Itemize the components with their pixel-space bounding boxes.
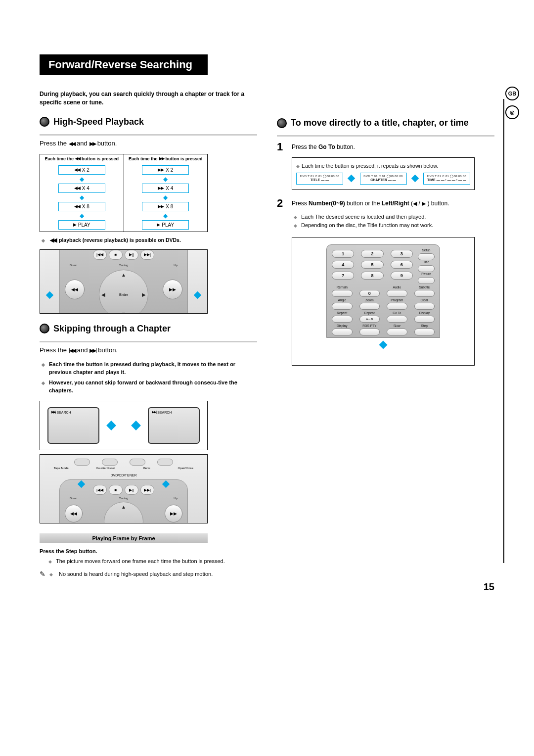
- remote-illustration-skip: Tape Mode Counter Reset Menu Open/Close …: [40, 454, 208, 523]
- page-number: 15: [484, 581, 494, 593]
- speed-rev-x8: ◀◀X 8: [58, 202, 105, 211]
- rewind-button[interactable]: ◀◀: [65, 505, 83, 522]
- skip-notes: Each time the button is pressed during p…: [42, 361, 257, 395]
- pen-icon: ✎: [40, 570, 45, 578]
- counter-reset-button[interactable]: [102, 459, 118, 466]
- speed-fwd-x4: ▶▶X 4: [142, 184, 189, 193]
- ffwd-button[interactable]: ▶▶: [165, 505, 182, 522]
- callout-rewind: [46, 291, 54, 299]
- play-pause-button[interactable]: ▶||: [125, 485, 138, 495]
- num-1-button[interactable]: 1: [332, 250, 354, 258]
- setup-button[interactable]: [418, 253, 435, 260]
- play-pause-button[interactable]: ▶||: [125, 250, 138, 260]
- clear-button[interactable]: [414, 303, 435, 310]
- speed-rev-play: ▶PLAY: [58, 220, 105, 230]
- num-9-button[interactable]: 9: [391, 272, 413, 280]
- skip-fwd-icon: [89, 346, 96, 354]
- speed-fwd-play: ▶PLAY: [142, 220, 189, 230]
- section-bullet-icon: [40, 324, 49, 333]
- repeat-ab-button[interactable]: A↔B: [359, 316, 380, 323]
- skip-heading: Skipping through a Chapter: [53, 324, 171, 334]
- remain-button[interactable]: [332, 290, 353, 297]
- step-2-number: 2: [277, 197, 287, 210]
- cycle-arrow-icon: [348, 175, 356, 183]
- menu-button[interactable]: [130, 459, 145, 466]
- step-1-text: Press the Go To button.: [292, 141, 494, 150]
- intro-text: During playback, you can search quickly …: [40, 90, 257, 107]
- speed-rev-x4: ◀◀X 4: [58, 184, 105, 193]
- cycle-arrow-icon: [411, 175, 419, 183]
- repeat-button[interactable]: [332, 316, 353, 323]
- title-button[interactable]: [418, 265, 435, 272]
- goto-heading: To move directly to a title, chapter, or…: [291, 118, 469, 128]
- tv-screen-right: ▶▶|SEARCH: [148, 407, 200, 444]
- speed-table: Each time the◀◀button is pressed ◀◀X 2 ◆…: [40, 154, 208, 232]
- section-bullet-icon: [277, 118, 287, 128]
- state-title: DVD T 01 C 01 ◯00:00:00 TITLE — —: [296, 173, 343, 185]
- speed-fwd-x2: ▶▶X 2: [142, 165, 189, 175]
- num-7-button[interactable]: 7: [332, 272, 354, 280]
- dpad[interactable]: ▲▼◀▶ Enter: [99, 270, 148, 314]
- step-2-text: Press Number(0~9) button or the Left/Rig…: [292, 197, 494, 207]
- display2-button[interactable]: [332, 329, 353, 335]
- fastforward-icon: [89, 140, 95, 147]
- num-6-button[interactable]: 6: [391, 261, 413, 269]
- slow-button[interactable]: [387, 329, 407, 335]
- skip-fwd-button[interactable]: ▶▶|: [140, 250, 154, 260]
- stop-button[interactable]: ■: [109, 485, 123, 495]
- divider: [277, 135, 494, 137]
- rewind-button[interactable]: ◀◀: [65, 280, 85, 299]
- zoom-button[interactable]: [359, 303, 380, 310]
- frame-bar: Playing Frame by Frame: [40, 533, 208, 543]
- ffwd-button[interactable]: ▶▶: [163, 280, 182, 299]
- right-icon: [422, 200, 426, 207]
- speed-rev-x2: ◀◀X 2: [58, 165, 105, 175]
- remote-illustration-goto: 1 2 3 4 5 6 7 8 9 Setup Title: [292, 237, 475, 366]
- num-4-button[interactable]: 4: [332, 261, 354, 269]
- open-close-button[interactable]: [157, 459, 173, 466]
- audio-button[interactable]: [387, 290, 407, 297]
- divider: [40, 134, 257, 136]
- right-arrow-icon: [131, 421, 141, 430]
- disc-badge: ◎: [505, 105, 519, 119]
- skip-back-button[interactable]: |◀◀: [93, 485, 107, 495]
- lang-badge: GB: [505, 87, 519, 100]
- return-button[interactable]: [418, 277, 435, 284]
- highspeed-instruction: Press the and button.: [40, 140, 257, 147]
- rds-pty-button[interactable]: [359, 329, 380, 335]
- display-button[interactable]: [414, 316, 435, 323]
- sound-note: ✎ No sound is heard during high-speed pl…: [40, 570, 257, 578]
- angle-button[interactable]: [332, 303, 353, 310]
- search-screens: ▶▶|SEARCH ▶▶|SEARCH: [40, 401, 208, 450]
- rewind-icon: [50, 237, 56, 243]
- num-2-button[interactable]: 2: [361, 250, 383, 258]
- program-button[interactable]: [387, 303, 407, 310]
- num-0-button[interactable]: 0: [359, 290, 380, 297]
- goto-button[interactable]: [387, 316, 407, 323]
- dvd-reverse-note: playback (reverse playback) is possible …: [42, 237, 257, 243]
- left-arrow-icon: [106, 421, 116, 430]
- skip-back-icon: [69, 346, 75, 354]
- right-margin-rule: [503, 99, 504, 563]
- skip-instruction: Press the and button.: [40, 346, 257, 354]
- divider: [40, 341, 257, 342]
- num-3-button[interactable]: 3: [391, 250, 413, 258]
- callout-ffwd: [194, 291, 202, 299]
- stop-button[interactable]: ■: [109, 250, 123, 260]
- subtitle-button[interactable]: [414, 290, 435, 297]
- page-title: Forward/Reverse Searching: [40, 54, 208, 75]
- goto-states-box: Each time the button is pressed, it repe…: [292, 157, 475, 190]
- left-icon: [413, 200, 417, 207]
- state-time: DVD T 01 C 01 ◯00:00:00 TIME — — : — — :…: [423, 173, 470, 185]
- skip-back-button[interactable]: |◀◀: [93, 250, 107, 260]
- tv-screen-left: ▶▶|SEARCH: [47, 407, 99, 444]
- highspeed-heading: High-Speed Playback: [53, 117, 144, 127]
- tape-mode-button[interactable]: [74, 459, 90, 466]
- step-button[interactable]: [414, 329, 435, 335]
- skip-fwd-button[interactable]: ▶▶|: [140, 485, 154, 495]
- state-chapter: DVD T 01 C 01 ◯00:00:00 CHAPTER — —: [360, 173, 407, 185]
- num-8-button[interactable]: 8: [361, 272, 383, 280]
- section-bullet-icon: [40, 117, 49, 127]
- frame-note: The picture moves forward one frame each…: [48, 558, 257, 564]
- num-5-button[interactable]: 5: [361, 261, 383, 269]
